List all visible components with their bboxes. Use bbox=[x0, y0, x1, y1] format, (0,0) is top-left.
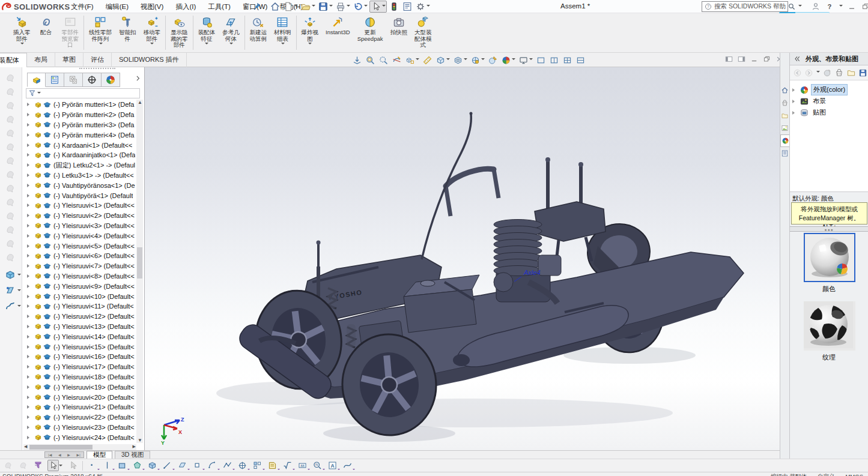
minimize-button[interactable] bbox=[847, 2, 857, 11]
expand-arrow-icon[interactable] bbox=[27, 173, 31, 177]
ribbon-button-preview-window[interactable]: 零部件 预览窗 口 bbox=[58, 13, 83, 52]
expand-arrow-icon[interactable] bbox=[27, 133, 31, 137]
bt-lasso[interactable] bbox=[67, 460, 79, 471]
ribbon-button-take-snapshot[interactable]: 拍快照 bbox=[386, 13, 411, 52]
tp-appearance-button[interactable] bbox=[822, 68, 832, 77]
expand-arrow-icon[interactable] bbox=[27, 143, 31, 147]
tp-tree-贴图[interactable]: 贴图 bbox=[790, 107, 868, 118]
flyout-tool-blue-ref[interactable] bbox=[4, 285, 16, 297]
tree-item[interactable]: (-) Yleisruuvi<7> (Default<< bbox=[23, 261, 136, 271]
select-tool-button[interactable] bbox=[369, 1, 387, 13]
expand-arrow-icon[interactable] bbox=[27, 244, 31, 248]
ribbon-button-new-motion-study[interactable]: 新建运 动算例 bbox=[246, 13, 271, 52]
tab-SOLIDWORKS 插件[interactable]: SOLIDWORKS 插件 bbox=[112, 53, 187, 67]
ribbon-button-insert-component[interactable]: 插入零 部件 bbox=[10, 13, 34, 52]
expand-arrow-icon[interactable] bbox=[27, 194, 31, 197]
tree-horizontal-scrollbar[interactable]: ◀ ▶ bbox=[23, 444, 136, 450]
save-button[interactable] bbox=[317, 1, 333, 13]
ribbon-button-large-assembly-mode[interactable]: 大型装 配体模 式 bbox=[411, 13, 436, 52]
view-orientation-button[interactable] bbox=[404, 55, 420, 65]
fm-tab-properties[interactable] bbox=[46, 73, 64, 87]
menu-item[interactable]: 工具(T) bbox=[208, 2, 231, 11]
expand-arrow-icon[interactable] bbox=[27, 203, 31, 207]
search-icon[interactable] bbox=[788, 2, 796, 11]
print-button[interactable] bbox=[335, 1, 351, 13]
texture-sphere-swatch[interactable] bbox=[804, 301, 855, 351]
bt-plane-tool[interactable] bbox=[177, 460, 188, 471]
rc-car-model[interactable]: KYOSHO bbox=[145, 67, 780, 450]
ribbon-button-mate[interactable]: 配合 bbox=[34, 13, 58, 52]
tree-item[interactable]: (-) Yleisruuvi<13> (Default< bbox=[23, 322, 136, 332]
expand-arrow-icon[interactable] bbox=[27, 254, 31, 258]
bt-line-v[interactable] bbox=[102, 460, 113, 471]
tree-item[interactable]: (-) Yleisruuvi<2> (Default<< bbox=[23, 211, 136, 221]
ribbon-button-reference-geometry[interactable]: 参考几 何体 bbox=[219, 13, 243, 52]
bt-select[interactable] bbox=[47, 460, 59, 471]
bt-text-a[interactable]: A bbox=[327, 460, 338, 471]
expand-arrow-icon[interactable] bbox=[27, 405, 31, 409]
tree-vertical-scrollbar[interactable]: ▲ ▼ bbox=[136, 100, 143, 443]
new-doc-button[interactable] bbox=[282, 1, 299, 13]
tab-scroll-buttons[interactable]: |◀◀▶▶| bbox=[44, 451, 84, 458]
bt-pattern-grid[interactable] bbox=[252, 460, 263, 471]
scroll-right-icon[interactable]: ▶ bbox=[133, 444, 136, 449]
tree-item[interactable]: (-) Yleisruuvi<5> (Default<< bbox=[23, 241, 136, 251]
tree-item[interactable]: (-) Pyörän mutteri<2> (Defa bbox=[23, 110, 136, 120]
tree-item[interactable]: (-) Yleisruuvi<11> (Default< bbox=[23, 301, 136, 312]
viewport-single-button[interactable] bbox=[535, 55, 547, 65]
tp-folder-button[interactable] bbox=[846, 68, 856, 77]
view-options-button[interactable] bbox=[518, 55, 533, 65]
taskpane-tab-folder2[interactable] bbox=[780, 109, 789, 122]
tab-装配体[interactable]: 装配体 bbox=[0, 53, 27, 67]
taskpane-tab-pic-tools[interactable] bbox=[780, 122, 789, 134]
restore-button[interactable] bbox=[861, 2, 868, 11]
collapse-chevrons-icon[interactable] bbox=[794, 55, 801, 62]
search-box[interactable]: ? 搜索 SOLIDWORKS 帮助 bbox=[702, 1, 788, 12]
pin-icon[interactable] bbox=[252, 2, 262, 11]
viewport-two-v-button[interactable] bbox=[575, 55, 586, 65]
expand-arrow-icon[interactable] bbox=[27, 224, 31, 227]
taskpane-tab-list-small[interactable] bbox=[780, 147, 789, 160]
tree-item[interactable]: (-) Kardaaninjatko<1> (Defa bbox=[23, 150, 136, 160]
bt-target[interactable] bbox=[237, 460, 248, 471]
ribbon-button-instant3d[interactable]: Instant3D bbox=[322, 13, 354, 52]
tree-item[interactable]: (-) Yleisruuvi<6> (Default<< bbox=[23, 251, 136, 261]
section-view-button[interactable] bbox=[391, 55, 402, 65]
pane-right-button[interactable] bbox=[737, 55, 746, 64]
expand-arrow-icon[interactable] bbox=[27, 375, 31, 379]
bt-sqrt[interactable] bbox=[282, 460, 293, 471]
flyout-tool-blue-curve[interactable] bbox=[4, 300, 16, 312]
tp-tree-布景[interactable]: 布景 bbox=[790, 95, 868, 107]
bt-note-tag[interactable] bbox=[267, 460, 278, 471]
expand-arrow-icon[interactable] bbox=[27, 123, 31, 127]
bt-dim-box[interactable]: 88 bbox=[297, 460, 308, 471]
view-settings-button[interactable] bbox=[470, 55, 485, 65]
tp-back-button[interactable] bbox=[793, 68, 802, 77]
tp-nav-caret[interactable] bbox=[816, 71, 820, 74]
measure-button[interactable] bbox=[422, 55, 433, 65]
menu-item[interactable]: 编辑(E) bbox=[106, 2, 129, 11]
display-style-button[interactable] bbox=[435, 55, 451, 65]
expand-arrow-icon[interactable] bbox=[27, 335, 31, 339]
fm-tab-features[interactable] bbox=[27, 73, 46, 87]
zoom-area-button[interactable] bbox=[365, 55, 376, 65]
tree-item[interactable]: (-) Kardaani<1> (Default<< bbox=[23, 140, 136, 150]
ribbon-button-exploded-view[interactable]: 爆炸视 图 bbox=[298, 13, 323, 52]
fm-tab-configurations[interactable] bbox=[64, 73, 83, 87]
ribbon-button-move-component[interactable]: 移动零 部件 bbox=[140, 13, 165, 52]
tab-草图[interactable]: 草图 bbox=[55, 53, 83, 67]
zoom-previous-button[interactable] bbox=[378, 55, 389, 65]
tree-item[interactable]: (-) Yleisruuvi<12> (Default< bbox=[23, 312, 136, 322]
expand-arrow-icon[interactable] bbox=[27, 295, 31, 298]
tree-item[interactable]: (-) Yleisruuvi<4> (Default<< bbox=[23, 230, 136, 241]
expand-arrow-icon[interactable] bbox=[27, 415, 31, 419]
expand-arrow-icon[interactable] bbox=[27, 385, 31, 389]
color-sphere-swatch[interactable] bbox=[804, 233, 855, 282]
menu-item[interactable]: 文件(F) bbox=[71, 2, 94, 11]
viewport-four-button[interactable] bbox=[562, 55, 573, 65]
tab-布局[interactable]: 布局 bbox=[27, 53, 55, 67]
tab-评估[interactable]: 评估 bbox=[83, 53, 112, 67]
bt-zoom-n[interactable]: N bbox=[312, 460, 323, 471]
tree-item[interactable]: (-) Letku3<1> -> (Default<< bbox=[23, 170, 136, 181]
model-tab-3D 视图[interactable]: 3D 视图 bbox=[115, 451, 150, 459]
